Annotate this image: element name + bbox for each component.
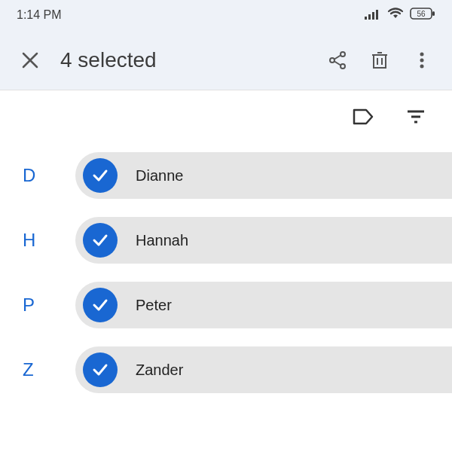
section-letter: H [23, 230, 75, 251]
svg-point-19 [420, 58, 424, 62]
label-button[interactable] [353, 106, 374, 127]
filter-icon [406, 109, 426, 124]
contact-name: Hannah [136, 232, 188, 249]
status-time: 1:14 PM [17, 8, 62, 22]
check-icon [90, 166, 110, 185]
selection-header: 4 selected [0, 30, 452, 90]
section-letter: P [23, 294, 75, 316]
svg-point-8 [341, 52, 345, 56]
selected-check [83, 352, 118, 387]
contact-item-hannah[interactable]: Hannah [75, 217, 452, 264]
battery-level: 56 [417, 10, 426, 18]
svg-rect-2 [372, 12, 374, 20]
label-icon [353, 108, 374, 125]
selected-check [83, 158, 118, 193]
svg-rect-1 [368, 14, 371, 20]
contact-row: Z Zander [0, 337, 452, 402]
contact-row: D Dianne [0, 143, 452, 208]
contact-name: Zander [136, 362, 183, 379]
svg-point-20 [420, 64, 424, 68]
svg-point-10 [341, 64, 345, 69]
share-button[interactable] [327, 50, 348, 71]
contact-row: P Peter [0, 273, 452, 337]
svg-point-9 [330, 58, 334, 63]
section-letter: D [23, 165, 75, 186]
wifi-icon [387, 8, 404, 23]
section-letter: Z [23, 359, 75, 380]
contact-item-peter[interactable]: Peter [75, 282, 452, 328]
check-icon [90, 295, 110, 315]
contact-row: H Hannah [0, 208, 452, 273]
battery-icon: 56 [410, 7, 435, 23]
svg-line-12 [334, 61, 341, 65]
selected-check [83, 288, 118, 322]
svg-rect-0 [365, 17, 367, 20]
contact-item-dianne[interactable]: Dianne [75, 152, 452, 199]
signal-icon [365, 8, 381, 23]
toolbar [0, 90, 452, 143]
header-actions [327, 50, 438, 71]
status-bar: 1:14 PM 56 [0, 0, 452, 30]
check-icon [90, 230, 110, 250]
contacts-list: D Dianne H Hannah P [0, 143, 452, 402]
contact-name: Dianne [136, 167, 183, 185]
check-icon [90, 360, 110, 380]
status-indicators: 56 [365, 7, 435, 23]
close-button[interactable] [14, 44, 47, 77]
more-vert-icon [419, 50, 425, 70]
svg-rect-13 [374, 55, 386, 68]
delete-button[interactable] [369, 50, 390, 71]
svg-rect-3 [376, 10, 378, 20]
contact-item-zander[interactable]: Zander [75, 346, 452, 393]
svg-line-11 [334, 55, 341, 59]
share-icon [328, 50, 347, 70]
selected-check [83, 223, 118, 258]
svg-rect-5 [432, 11, 435, 16]
more-button[interactable] [411, 50, 432, 71]
contact-name: Peter [136, 297, 172, 314]
selection-count: 4 selected [60, 48, 327, 72]
close-icon [20, 50, 40, 70]
filter-button[interactable] [405, 106, 426, 127]
svg-point-18 [420, 52, 424, 56]
trash-icon [371, 50, 389, 70]
